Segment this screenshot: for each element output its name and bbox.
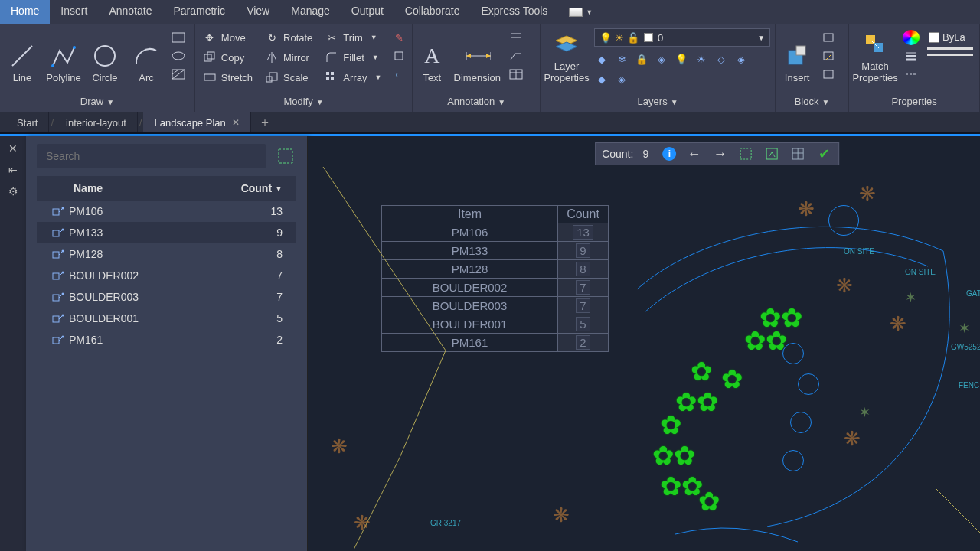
file-tab-landscape[interactable]: Landscape Plan ✕ [143,112,250,132]
menu-tab-output[interactable]: Output [341,0,394,24]
layer-thaw-icon[interactable]: ☀ [694,51,709,67]
list-item[interactable]: PM1288 [37,243,296,265]
selection-icon[interactable] [275,145,296,167]
svg-rect-54 [53,337,59,344]
file-tab-start[interactable]: Start [6,112,49,132]
file-tab-interior[interactable]: interior-layout [55,112,138,132]
layer-on-icon[interactable]: 💡 [674,51,689,67]
layer-match-icon[interactable]: ◇ [714,51,729,67]
trim-button[interactable]: ✂Trim▼ [322,28,384,47]
close-tab-icon[interactable]: ✕ [232,117,240,128]
menu-tab-collaborate[interactable]: Collaborate [394,0,471,24]
group-title-block: Block [795,96,819,107]
search-input[interactable] [37,144,266,168]
list-item[interactable]: PM1339 [37,222,296,243]
rectangle-icon[interactable] [170,30,187,45]
menu-tab-parametric[interactable]: Parametric [162,0,236,24]
polyline-button[interactable]: Polyline [43,27,84,86]
insert-table-icon[interactable] [789,145,806,162]
layer-copy-icon[interactable]: ◈ [733,51,749,67]
menu-tab-view[interactable]: View [236,0,280,24]
menu-featured-apps[interactable]: ▼ [558,0,603,24]
block-ref-icon [52,249,69,259]
lineweight-combo[interactable] [927,47,973,50]
menu-tab-insert[interactable]: Insert [50,0,98,24]
menu-tab-manage[interactable]: Manage [280,0,341,24]
scale-button[interactable]: Scale [262,68,315,86]
leader2-icon[interactable] [508,48,524,64]
array-button[interactable]: Array▼ [322,68,384,86]
color-combo[interactable]: ByLa [926,30,975,44]
list-item[interactable]: BOULDER0037 [37,286,296,308]
mirror-button[interactable]: Mirror [262,48,315,67]
layer-freeze-icon[interactable]: ❄ [614,51,629,67]
chevron-down-icon[interactable]: ▼ [671,98,678,106]
prev-arrow-icon[interactable]: ← [685,145,702,162]
line-button[interactable]: Line [2,27,43,86]
drawing-canvas[interactable]: Count: 9 i ← → ✔ Item Count PM10613PM133… [308,136,980,551]
layer-lock-icon[interactable]: 🔒 [634,51,649,67]
lineweight-icon[interactable] [903,48,920,64]
list-item[interactable]: PM10613 [37,201,296,222]
layer-walk-icon[interactable]: ◆ [594,71,609,86]
next-arrow-icon[interactable]: → [711,145,728,162]
chevron-down-icon[interactable]: ▼ [822,98,829,106]
list-item[interactable]: BOULDER0015 [37,308,296,329]
new-tab-button[interactable]: ＋ [251,112,279,132]
block-insert-button[interactable]: Insert [777,27,817,86]
layer-properties-button[interactable]: LayerProperties [542,27,591,86]
list-item[interactable]: BOULDER0027 [37,265,296,286]
layer-off-icon[interactable]: ◆ [594,51,609,67]
block-create-icon[interactable] [820,30,837,45]
linetype-icon[interactable] [903,67,920,82]
menu-tab-home[interactable]: Home [0,0,50,24]
layer-iso-icon[interactable]: ◈ [654,51,669,67]
count-toolbar: Count: 9 i ← → ✔ [595,142,839,165]
list-header[interactable]: Name Count ▼ [37,176,296,201]
match-properties-button[interactable]: MatchProperties [851,27,900,86]
info-icon[interactable]: i [662,147,676,161]
side-rail: ✕ ⇤ ⚙ [0,136,26,551]
hatch-icon[interactable] [170,67,187,82]
layer-dropdown[interactable]: 💡 ☀ 🔓 0 ▼ [594,28,770,47]
explode-icon[interactable] [390,48,407,64]
close-panel-icon[interactable]: ✕ [5,141,21,156]
offset-icon[interactable]: ⊂ [390,67,407,82]
svg-rect-4 [172,33,185,42]
leader-icon[interactable] [508,30,524,45]
fillet-button[interactable]: Fillet▼ [322,48,384,67]
canvas-count-table[interactable]: Item Count PM10613PM1339PM1288BOULDER002… [381,205,609,352]
zoom-extents-icon[interactable] [737,145,754,162]
block-edit-icon[interactable] [820,48,837,64]
circle-button[interactable]: Circle [84,27,126,86]
color-wheel-icon[interactable] [903,30,920,45]
rotate-button[interactable]: ↻Rotate [262,28,315,47]
main-area: ✕ ⇤ ⚙ Name Count ▼ PM10613PM1339PM1288BO… [0,136,980,551]
arc-button[interactable]: Arc [126,27,167,86]
block-attr-icon[interactable] [820,67,837,82]
table-icon[interactable] [508,67,524,82]
chevron-down-icon[interactable]: ▼ [316,98,324,106]
list-item[interactable]: PM1612 [37,329,296,350]
chevron-down-icon[interactable]: ▼ [498,98,505,106]
text-button[interactable]: A Text [414,27,449,86]
ribbon-group-annotation: A Text Dimension Annotation▼ [413,24,541,112]
collapse-icon[interactable]: ⇤ [5,162,21,178]
zoom-selection-icon[interactable] [763,145,780,162]
layer-state-icon[interactable]: ◈ [614,71,629,86]
move-button[interactable]: ✥Move [200,28,256,47]
stretch-button[interactable]: Stretch [200,68,256,86]
erase-icon[interactable]: ✎ [390,30,407,45]
dimension-button[interactable]: Dimension [449,27,505,86]
copy-button[interactable]: Copy [200,48,256,67]
confirm-icon[interactable]: ✔ [815,145,832,162]
chevron-down-icon[interactable]: ▼ [106,98,114,106]
svg-line-8 [172,70,178,74]
circle-icon [91,42,119,70]
menu-tab-express-tools[interactable]: Express Tools [470,0,558,24]
gear-icon[interactable]: ⚙ [5,184,21,199]
cell-item: PM106 [382,223,558,242]
ellipse-icon[interactable] [170,48,187,64]
linetype-combo[interactable] [927,54,973,56]
menu-tab-annotate[interactable]: Annotate [98,0,162,24]
